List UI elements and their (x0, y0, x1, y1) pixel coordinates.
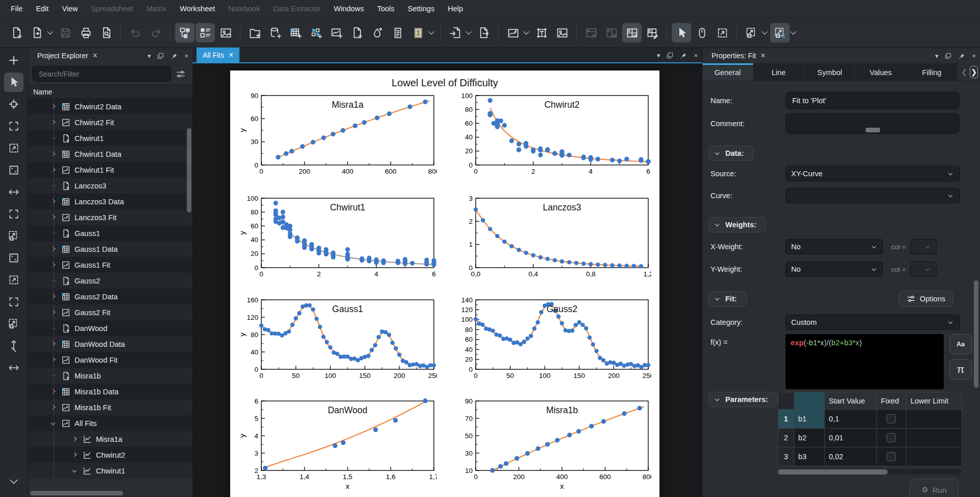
tree-item-gauss2-fit[interactable]: Gauss2 Fit (28, 304, 192, 320)
tree-item-chwirut1-fit[interactable]: Chwirut1 Fit (28, 162, 192, 178)
worksheet-preview-button[interactable] (216, 23, 235, 42)
tree-expander-icon[interactable] (70, 437, 80, 441)
tree-item-gauss1-fit[interactable]: Gauss1 Fit (28, 257, 192, 273)
tab-all-fits[interactable]: All Fits × (197, 48, 239, 63)
data-range-button[interactable] (4, 248, 23, 268)
properties-scrollbar[interactable] (974, 280, 978, 388)
plot-lanczos3[interactable]: 0,00,40,81,20123Lanczos3 (452, 195, 651, 297)
dock-close-icon[interactable]: × (184, 52, 188, 60)
properties-tab-line[interactable]: Line (753, 63, 804, 80)
cursor-lines-button[interactable] (4, 358, 23, 377)
filter-options-icon[interactable] (173, 66, 188, 82)
tree-horizontal-scrollbar[interactable] (30, 490, 190, 496)
data-section-toggle[interactable]: Data: (708, 146, 753, 161)
tree-item-gauss1-data[interactable]: Gauss1 Data (28, 241, 192, 257)
project-explorer-toggle-button[interactable] (175, 23, 194, 42)
close-tab-icon[interactable]: × (761, 52, 765, 60)
select-region-button[interactable] (4, 116, 23, 136)
select-mode-button[interactable] (672, 23, 691, 42)
y-weight-dropdown[interactable]: No (786, 262, 883, 277)
curve-dropdown[interactable] (786, 188, 960, 203)
open-project-button[interactable] (27, 23, 46, 42)
print-preview-button[interactable] (96, 23, 116, 42)
font-button[interactable]: Aa (949, 334, 972, 354)
tree-item-danwood-data[interactable]: DanWood Data (28, 336, 192, 352)
close-tab-icon[interactable]: × (93, 52, 97, 60)
print-button[interactable] (76, 23, 95, 42)
export-button[interactable] (474, 23, 494, 42)
tab-project-explorer[interactable]: Project Explorer × (32, 48, 103, 63)
add-text-box-button[interactable] (532, 23, 551, 42)
new-matrix-button[interactable] (306, 23, 326, 42)
add-plot-dropdown-icon[interactable] (523, 29, 529, 34)
plot-misra1a[interactable]: 02004006008000306090Misra1ay (238, 92, 437, 195)
plot-gauss2[interactable]: 050100150200250020406080100120140Gauss2 (452, 297, 651, 399)
resize-grip[interactable] (866, 128, 880, 132)
properties-tab-symbol[interactable]: Symbol (804, 63, 855, 80)
tree-column-header[interactable]: Name (28, 85, 192, 99)
import-dropdown-icon[interactable] (465, 29, 471, 34)
dock-close-icon[interactable]: × (972, 52, 976, 60)
tree-item-danwood[interactable]: DanWood (28, 320, 192, 336)
tab-properties-fit[interactable]: Properties: Fit × (706, 48, 770, 63)
add-image-button[interactable] (552, 23, 572, 42)
tree-item-misra1a[interactable]: Misra1a (28, 431, 192, 447)
fixed-checkbox[interactable] (887, 433, 896, 442)
new-spreadsheet-button[interactable] (286, 23, 305, 42)
properties-tab-values[interactable]: Values (855, 63, 906, 80)
menu-view[interactable]: View (55, 0, 84, 17)
add-element-button[interactable] (4, 51, 23, 70)
dock-close-icon[interactable]: × (694, 52, 698, 59)
plot-chwirut1[interactable]: 0246020406080100Chwirut1y (238, 195, 437, 297)
zoom-select-dropdown-icon[interactable] (762, 29, 767, 34)
menu-help[interactable]: Help (441, 0, 470, 17)
parameters-hscrollbar[interactable] (778, 469, 962, 475)
weights-section-toggle[interactable]: Weights: (708, 217, 766, 232)
run-button[interactable]: ⚙ Run (910, 479, 959, 497)
tree-item-misra1b[interactable]: Misra1b (28, 368, 192, 384)
new-note-button[interactable] (347, 23, 366, 42)
tree-item-chwirut1-data[interactable]: Chwirut1 Data (28, 146, 192, 162)
category-dropdown[interactable]: Custom (786, 315, 960, 330)
menu-settings[interactable]: Settings (401, 0, 441, 17)
zoom-original-button[interactable]: 1 (770, 23, 790, 42)
fit-section-toggle[interactable]: Fit: (708, 291, 747, 306)
fixed-checkbox[interactable] (887, 452, 896, 461)
formula-editor[interactable]: exp(-b1*x)/(b2+b3*x) (786, 334, 944, 389)
name-field[interactable]: Fit to 'Plot' (786, 92, 960, 109)
parameters-table[interactable]: Start ValueFixedLower Limit 1b10,12b20,0… (778, 392, 962, 466)
new-notebook-dropdown-icon[interactable] (428, 29, 434, 34)
crosshair-cursor-button[interactable] (4, 94, 23, 114)
tree-item-lanczos3-fit[interactable]: Lanczos3 Fit (28, 209, 192, 225)
properties-explorer-toggle-button[interactable] (195, 23, 215, 42)
auto-scale-button[interactable] (4, 204, 23, 224)
tree-item-misra1b-fit[interactable]: Misra1b Fit (28, 399, 192, 415)
dock-float-icon[interactable] (944, 52, 952, 60)
plot-misra1b[interactable]: 02004006008001030507090Misra1bx (452, 398, 651, 497)
open-project-dropdown-icon[interactable] (47, 29, 53, 34)
tree-vertical-scrollbar[interactable] (187, 128, 191, 212)
zoom-region-button[interactable] (4, 226, 23, 246)
import-button[interactable] (446, 23, 465, 42)
tree-item-gauss2[interactable]: Gauss2 (28, 273, 192, 289)
tree-item-gauss2-data[interactable]: Gauss2 Data (28, 289, 192, 304)
menu-windows[interactable]: Windows (327, 0, 371, 17)
dock-menu-icon[interactable]: ▾ (657, 52, 660, 59)
plot-chwirut2[interactable]: 0246020406080100Chwirut2 (452, 92, 651, 195)
dock-menu-icon[interactable]: ▾ (148, 52, 151, 60)
properties-tab-filling[interactable]: Filling (906, 63, 958, 80)
tree-item-chwirut2-fit[interactable]: Chwirut2 Fit (28, 114, 192, 130)
dock-float-icon[interactable] (157, 52, 164, 60)
plot-gauss1[interactable]: 05010015020025004080120160Gauss1y (238, 297, 437, 399)
break-layout-button[interactable] (643, 23, 662, 42)
menu-file[interactable]: File (4, 0, 29, 17)
parameter-row-b2[interactable]: 2b20,01 (778, 429, 962, 447)
tree-item-gauss1[interactable]: Gauss1 (28, 225, 192, 241)
source-dropdown[interactable]: XY-Curve (786, 166, 960, 181)
x-weight-col-dropdown[interactable] (910, 239, 937, 254)
select-mode-button[interactable] (4, 73, 23, 92)
zoom-y-button[interactable] (4, 292, 23, 312)
close-tab-icon[interactable]: × (229, 51, 233, 59)
fixed-checkbox[interactable] (887, 414, 896, 423)
new-worksheet-button[interactable] (327, 23, 346, 42)
